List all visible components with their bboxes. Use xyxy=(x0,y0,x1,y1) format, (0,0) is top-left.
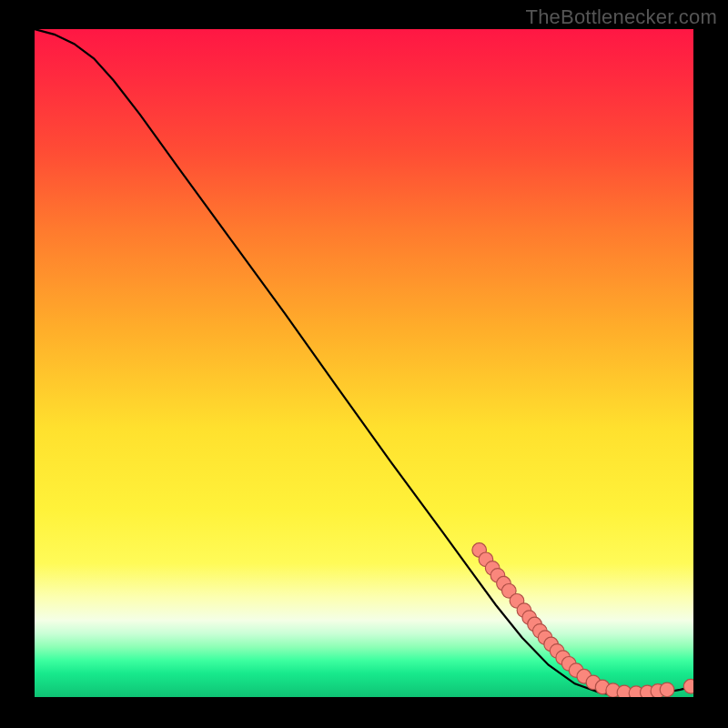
plot-area xyxy=(35,29,693,697)
data-marker xyxy=(660,682,674,697)
gradient-background xyxy=(35,29,693,697)
attribution-label: TheBottlenecker.com xyxy=(526,5,717,29)
chart-svg xyxy=(35,29,693,697)
chart-frame: TheBottlenecker.com xyxy=(0,0,728,728)
data-marker xyxy=(683,679,693,693)
